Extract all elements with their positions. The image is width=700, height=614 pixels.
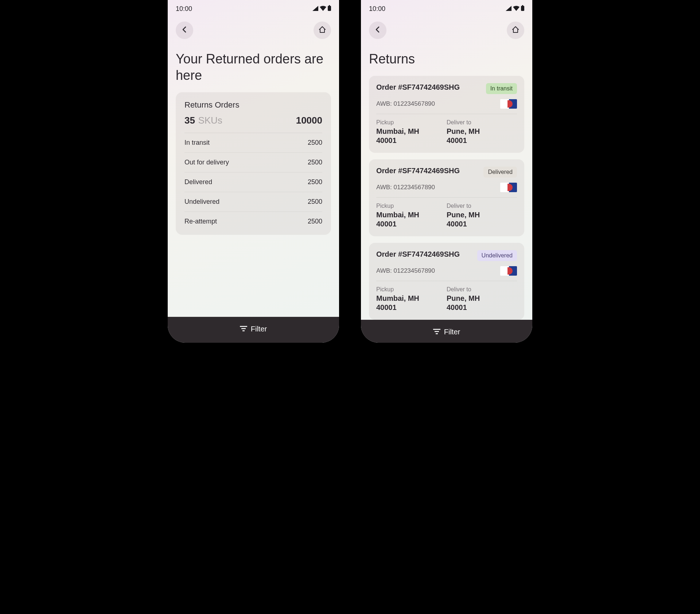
chevron-left-icon [374, 26, 381, 35]
order-card[interactable]: Order #SF74742469SHG Undelivered AWB: 01… [369, 243, 524, 320]
total-value: 10000 [296, 115, 322, 126]
back-button[interactable] [369, 22, 386, 39]
awb-number: AWB: 012234567890 [376, 184, 435, 191]
filter-icon [433, 328, 440, 336]
deliver-label: Deliver to [447, 119, 517, 126]
home-icon [512, 26, 520, 35]
status-time: 10:00 [176, 5, 192, 13]
pickup-city: Mumbai, MH [376, 294, 447, 303]
status-badge: Delivered [483, 167, 517, 178]
svg-rect-6 [522, 5, 523, 6]
pickup-pin: 40001 [376, 136, 447, 145]
deliver-label: Deliver to [447, 203, 517, 209]
filter-icon [240, 325, 247, 333]
pickup-city: Mumbai, MH [376, 127, 447, 136]
battery-icon [328, 5, 331, 13]
deliver-city: Pune, MH [447, 211, 517, 219]
svg-rect-1 [329, 5, 330, 6]
filter-label: Filter [444, 328, 460, 336]
page-title: Returns [361, 43, 532, 76]
status-icons [506, 5, 524, 13]
status-row-in-transit[interactable]: In transit 2500 [184, 133, 322, 153]
pickup-label: Pickup [376, 203, 447, 209]
returns-summary-card: Returns Orders 35 SKUs 10000 In transit … [176, 92, 331, 235]
status-label: Out for delivery [184, 159, 229, 166]
back-button[interactable] [176, 22, 193, 39]
status-value: 2500 [308, 198, 322, 206]
status-label: Delivered [184, 178, 212, 186]
deliver-pin: 40001 [447, 220, 517, 228]
status-icons [312, 5, 331, 13]
status-bar: 10:00 [361, 0, 532, 13]
awb-number: AWB: 012234567890 [376, 267, 435, 275]
page-title: Your Returned orders are here [168, 43, 339, 92]
order-id: Order #SF74742469SHG [376, 250, 460, 259]
deliver-location: Deliver to Pune, MH 40001 [447, 286, 517, 312]
status-row-re-attempt[interactable]: Re-attempt 2500 [184, 212, 322, 227]
deliver-city: Pune, MH [447, 127, 517, 136]
summary-total-row: 35 SKUs 10000 [184, 115, 322, 133]
deliver-pin: 40001 [447, 136, 517, 145]
summary-title: Returns Orders [184, 100, 322, 110]
svg-rect-0 [328, 6, 331, 11]
awb-number: AWB: 012234567890 [376, 100, 435, 108]
filter-button[interactable]: Filter [168, 317, 339, 343]
chevron-left-icon [181, 26, 188, 35]
signal-icon [312, 5, 318, 13]
order-card[interactable]: Order #SF74742469SHG In transit AWB: 012… [369, 76, 524, 153]
pickup-location: Pickup Mumbai, MH 40001 [376, 203, 447, 228]
status-bar: 10:00 [168, 0, 339, 13]
status-row-out-for-delivery[interactable]: Out for delivery 2500 [184, 153, 322, 172]
sku-count: 35 [184, 115, 195, 126]
signal-icon [506, 5, 512, 13]
filter-button[interactable]: Filter [361, 320, 532, 343]
deliver-location: Deliver to Pune, MH 40001 [447, 203, 517, 228]
carrier-logo-icon [500, 99, 517, 109]
svg-rect-4 [242, 330, 245, 331]
carrier-logo-icon [500, 266, 517, 276]
nav-bar [168, 13, 339, 43]
phone-screen-returns-summary: 10:00 Your Returned orders are here Retu… [168, 0, 339, 343]
status-time: 10:00 [369, 5, 385, 13]
orders-list: Order #SF74742469SHG In transit AWB: 012… [361, 76, 532, 320]
status-value: 2500 [308, 139, 322, 147]
status-label: Re-attempt [184, 218, 217, 225]
carrier-logo-icon [500, 183, 517, 192]
filter-label: Filter [251, 325, 267, 333]
phone-screen-returns-list: 10:00 Returns Order #SF74742469SHG In tr… [361, 0, 532, 343]
pickup-pin: 40001 [376, 303, 447, 312]
status-badge: In transit [486, 83, 517, 94]
status-row-delivered[interactable]: Delivered 2500 [184, 172, 322, 192]
deliver-location: Deliver to Pune, MH 40001 [447, 119, 517, 145]
status-value: 2500 [308, 178, 322, 186]
deliver-city: Pune, MH [447, 294, 517, 303]
sku-label: SKUs [198, 115, 222, 126]
order-id: Order #SF74742469SHG [376, 83, 460, 92]
order-id: Order #SF74742469SHG [376, 167, 460, 175]
home-button[interactable] [507, 22, 524, 39]
status-row-undelivered[interactable]: Undelivered 2500 [184, 192, 322, 212]
status-value: 2500 [308, 159, 322, 166]
pickup-location: Pickup Mumbai, MH 40001 [376, 119, 447, 145]
svg-rect-7 [433, 329, 440, 330]
pickup-label: Pickup [376, 119, 447, 126]
svg-rect-5 [521, 6, 524, 11]
status-label: Undelivered [184, 198, 219, 206]
wifi-icon [513, 5, 520, 13]
pickup-label: Pickup [376, 286, 447, 293]
order-card[interactable]: Order #SF74742469SHG Delivered AWB: 0122… [369, 159, 524, 236]
status-label: In transit [184, 139, 210, 147]
nav-bar [361, 13, 532, 43]
home-button[interactable] [314, 22, 331, 39]
deliver-label: Deliver to [447, 286, 517, 293]
wifi-icon [320, 5, 326, 13]
pickup-city: Mumbai, MH [376, 211, 447, 219]
svg-rect-9 [436, 333, 438, 334]
status-value: 2500 [308, 218, 322, 225]
svg-rect-2 [240, 326, 247, 327]
battery-icon [521, 5, 524, 13]
svg-rect-8 [435, 331, 439, 332]
pickup-location: Pickup Mumbai, MH 40001 [376, 286, 447, 312]
status-badge: Undelivered [477, 250, 517, 261]
pickup-pin: 40001 [376, 220, 447, 228]
